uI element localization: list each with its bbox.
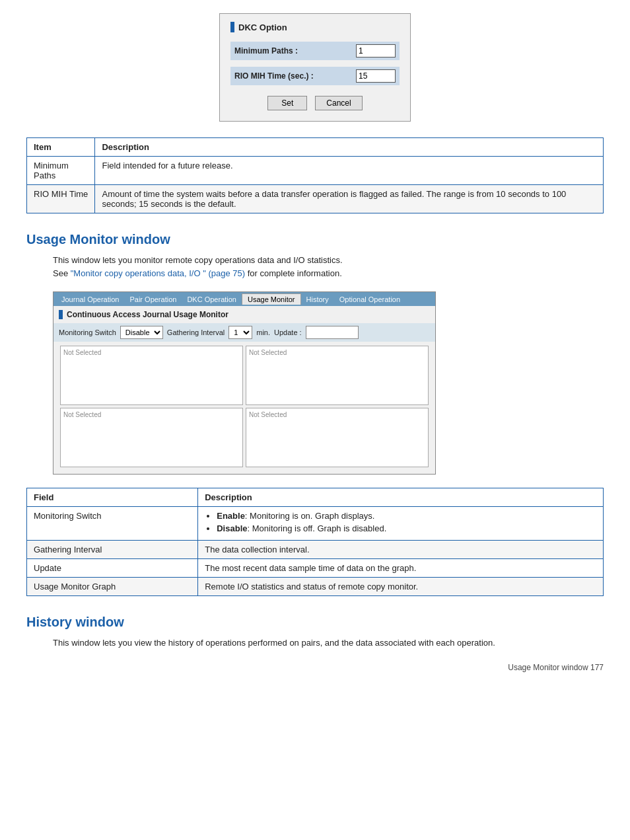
table-row: Gathering Interval The data collection i… (27, 541, 604, 559)
field-usage-monitor-graph: Usage Monitor Graph (27, 578, 198, 596)
tab-pair-operation[interactable]: Pair Operation (124, 294, 182, 305)
footer-text: Usage Monitor window 177 (508, 663, 604, 672)
title-accent-bar (230, 22, 234, 32)
item-rio-mih-time: RIO MIH Time (27, 185, 95, 213)
monitoring-switch-label: Monitoring Switch (59, 328, 116, 336)
desc-monitoring-switch: Enable: Monitoring is on. Graph displays… (198, 507, 604, 541)
monitor-controls: Monitoring Switch Disable Enable Gatheri… (53, 323, 435, 342)
desc-table-col-description: Description (95, 138, 604, 157)
graph-label-1: Not Selected (63, 349, 101, 356)
rio-mih-time-input[interactable] (356, 69, 396, 83)
desc-usage-monitor-graph: Remote I/O statistics and status of remo… (198, 578, 604, 596)
desc-gathering-interval: The data collection interval. (198, 541, 604, 559)
monitoring-switch-select[interactable]: Disable Enable (120, 326, 163, 339)
dkc-option-dialog: DKC Option Minimum Paths : RIO MIH Time … (219, 13, 411, 122)
tab-history[interactable]: History (301, 294, 334, 305)
graph-cell-1: Not Selected (60, 346, 243, 405)
tab-journal-operation[interactable]: Journal Operation (56, 294, 124, 305)
dkc-dialog-title: DKC Option (230, 22, 400, 32)
desc-table-col-item: Item (27, 138, 95, 157)
rio-mih-time-label: RIO MIH Time (sec.) : (234, 71, 356, 81)
update-label: Update : (274, 328, 302, 336)
tab-usage-monitor[interactable]: Usage Monitor (242, 293, 301, 305)
update-value-input[interactable] (306, 326, 359, 339)
list-item: Enable: Monitoring is on. Graph displays… (217, 511, 596, 521)
monitor-graphs-grid: Not Selected Not Selected Not Selected N… (53, 342, 435, 474)
item-minimum-paths: Minimum Paths (27, 157, 95, 185)
graph-label-2: Not Selected (249, 349, 287, 356)
table-row: RIO MIH Time Amount of time the system w… (27, 185, 604, 213)
table-row: Usage Monitor Graph Remote I/O statistic… (27, 578, 604, 596)
graph-cell-4: Not Selected (246, 408, 429, 467)
field-table-col-field: Field (27, 488, 198, 507)
desc-rio-mih-time: Amount of time the system waits before a… (95, 185, 604, 213)
graph-label-4: Not Selected (249, 411, 287, 418)
usage-monitor-link[interactable]: "Monitor copy operations data, I/O " (pa… (71, 268, 245, 278)
field-monitoring-switch: Monitoring Switch (27, 507, 198, 541)
table-row: Monitoring Switch Enable: Monitoring is … (27, 507, 604, 541)
min-label: min. (256, 328, 270, 336)
history-window-intro: This window lets you view the history of… (53, 636, 604, 650)
desc-minimum-paths: Field intended for a future release. (95, 157, 604, 185)
field-table-col-description: Description (198, 488, 604, 507)
list-item: Disable: Monitoring is off. Graph is dis… (217, 523, 596, 533)
dkc-description-table: Item Description Minimum Paths Field int… (26, 137, 604, 213)
usage-monitor-intro: This window lets you monitor remote copy… (53, 254, 604, 267)
graph-cell-3: Not Selected (60, 408, 243, 467)
desc-update: The most recent data sample time of data… (198, 559, 604, 578)
page-footer: Usage Monitor window 177 (26, 663, 604, 672)
monitoring-switch-bullets: Enable: Monitoring is on. Graph displays… (205, 511, 596, 533)
minimum-paths-label: Minimum Paths : (234, 46, 356, 56)
graph-label-3: Not Selected (63, 411, 101, 418)
dialog-buttons: Set Cancel (230, 96, 400, 110)
history-window-body: This window lets you view the history of… (53, 636, 604, 650)
tab-optional-operation[interactable]: Optional Operation (334, 294, 405, 305)
table-row: Minimum Paths Field intended for a futur… (27, 157, 604, 185)
minimum-paths-input[interactable] (356, 44, 396, 57)
field-update: Update (27, 559, 198, 578)
graph-cell-2: Not Selected (246, 346, 429, 405)
monitor-window-title: Continuous Access Journal Usage Monitor (53, 306, 435, 323)
gathering-interval-label: Gathering Interval (167, 328, 225, 336)
usage-monitor-link-line: See "Monitor copy operations data, I/O "… (53, 267, 604, 280)
minimum-paths-row: Minimum Paths : (230, 42, 400, 60)
usage-monitor-heading: Usage Monitor window (26, 232, 604, 247)
monitor-tab-bar: Journal Operation Pair Operation DKC Ope… (53, 292, 435, 306)
rio-mih-time-row: RIO MIH Time (sec.) : (230, 67, 400, 85)
history-window-heading: History window (26, 615, 604, 630)
usage-monitor-window: Journal Operation Pair Operation DKC Ope… (53, 291, 436, 475)
set-button[interactable]: Set (267, 96, 307, 110)
table-row: Update The most recent data sample time … (27, 559, 604, 578)
tab-dkc-operation[interactable]: DKC Operation (182, 294, 242, 305)
monitor-title-icon (59, 310, 63, 319)
gathering-interval-select[interactable]: 1 5 10 (228, 326, 252, 339)
cancel-button[interactable]: Cancel (315, 96, 362, 110)
usage-monitor-body: This window lets you monitor remote copy… (53, 254, 604, 280)
field-description-table: Field Description Monitoring Switch Enab… (26, 488, 604, 596)
field-gathering-interval: Gathering Interval (27, 541, 198, 559)
